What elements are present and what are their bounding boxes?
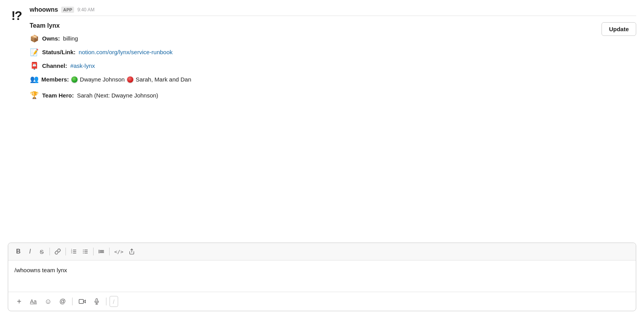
- hero-value: Sarah (Next: Dwayne Johnson): [77, 91, 158, 100]
- owns-label: Owns:: [42, 34, 60, 43]
- members-label: Members:: [41, 75, 69, 84]
- hero-row: 🏆 Team Hero: Sarah (Next: Dwayne Johnson…: [30, 90, 191, 101]
- app-name: whoowns: [30, 6, 58, 13]
- app-icon: !?: [8, 7, 25, 24]
- member-red-names: Sarah, Mark and Dan: [136, 75, 191, 84]
- svg-text:3: 3: [71, 252, 72, 254]
- strikethrough-button[interactable]: S: [36, 246, 47, 257]
- mic-button[interactable]: [90, 295, 103, 308]
- composer-input[interactable]: /whoowns team lynx: [8, 261, 636, 292]
- plus-button[interactable]: +: [13, 295, 25, 308]
- toolbar-divider-3: [93, 248, 94, 255]
- svg-rect-18: [79, 300, 83, 304]
- svg-marker-17: [83, 300, 85, 303]
- app-badge: APP: [61, 7, 74, 13]
- unordered-list-button[interactable]: [80, 246, 91, 257]
- emoji-button[interactable]: ☺: [41, 295, 55, 308]
- svg-point-10: [83, 251, 84, 252]
- timestamp: 9:40 AM: [77, 7, 94, 12]
- update-button[interactable]: Update: [602, 22, 636, 36]
- trophy-emoji: 🏆: [30, 90, 39, 101]
- toolbar-divider-1: [50, 248, 50, 255]
- format-button[interactable]: Aa: [27, 295, 40, 308]
- ordered-list-button[interactable]: 123: [68, 246, 79, 257]
- channel-value: #ask-lynx: [70, 61, 95, 71]
- status-label: Status/Link:: [42, 48, 76, 57]
- svg-point-11: [83, 253, 84, 253]
- owns-row: 📦 Owns: billing: [30, 33, 191, 44]
- status-link[interactable]: notion.com/org/lynx/service-runbook: [79, 48, 173, 57]
- toolbar-divider-4: [109, 248, 110, 255]
- channel-label: Channel:: [42, 61, 67, 71]
- channel-row: 📮 Channel: #ask-lynx: [30, 60, 191, 72]
- bottom-divider-2: [106, 298, 106, 305]
- italic-button[interactable]: I: [25, 246, 35, 257]
- package-emoji: 📦: [30, 33, 39, 44]
- member-green-name: Dwayne Johnson: [80, 75, 125, 84]
- slash-button[interactable]: /: [110, 296, 118, 307]
- composer-text: /whoowns team lynx: [14, 267, 67, 273]
- postbox-emoji: 📮: [30, 60, 39, 72]
- toolbar-divider-2: [65, 248, 66, 255]
- bottom-divider-1: [72, 298, 73, 305]
- mention-button[interactable]: @: [57, 295, 69, 308]
- svg-point-9: [83, 250, 84, 250]
- composer-toolbar: B I S 123 </>: [8, 243, 636, 261]
- header-divider: [30, 16, 636, 16]
- video-button[interactable]: [76, 295, 89, 308]
- status-row: 📝 Status/Link: notion.com/org/lynx/servi…: [30, 47, 191, 58]
- blockquote-button[interactable]: [96, 246, 107, 257]
- code-button[interactable]: </>: [112, 246, 126, 257]
- busts-emoji: 👥: [30, 74, 39, 85]
- owns-value: billing: [63, 34, 78, 43]
- red-dot: [127, 76, 133, 83]
- team-name: Team lynx: [30, 22, 191, 29]
- link-button[interactable]: [52, 246, 63, 257]
- composer: B I S 123 </> /whoowns team lynx + Aa ☺ …: [8, 243, 636, 311]
- hero-label: Team Hero:: [42, 91, 74, 100]
- composer-bottom-toolbar: + Aa ☺ @ /: [8, 292, 636, 311]
- memo-emoji: 📝: [30, 47, 39, 58]
- members-row: 👥 Members: Dwayne Johnson Sarah, Mark an…: [30, 74, 191, 85]
- green-dot: [71, 76, 78, 83]
- share-button[interactable]: [126, 246, 137, 257]
- bold-button[interactable]: B: [13, 246, 24, 257]
